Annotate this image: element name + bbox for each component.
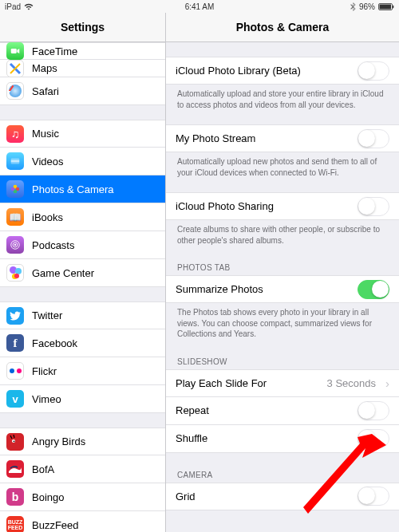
sidebar-item-label: Boingo	[32, 491, 157, 503]
sidebar-item-podcasts[interactable]: Podcasts	[0, 231, 165, 259]
sidebar-item-game-center[interactable]: Game Center	[0, 259, 165, 287]
switch-summarize-photos[interactable]	[358, 280, 389, 299]
sidebar-item-label: Safari	[32, 85, 157, 97]
row-shuffle[interactable]: Shuffle	[166, 425, 399, 453]
status-time: 6:41 AM	[185, 2, 215, 11]
vimeo-app-icon: v	[6, 390, 24, 408]
sidebar-item-twitter[interactable]: Twitter	[0, 301, 165, 329]
section-header-camera: CAMERA	[166, 467, 399, 483]
svg-point-9	[11, 187, 15, 191]
row-label: Play Each Slide For	[176, 377, 321, 389]
svg-point-13	[10, 437, 21, 448]
sidebar-item-label: Photos & Camera	[32, 183, 157, 195]
flickr-app-icon	[6, 362, 24, 380]
switch-repeat[interactable]	[358, 401, 389, 420]
twitter-app-icon	[6, 307, 24, 325]
sidebar-item-label: Flickr	[32, 365, 157, 377]
sidebar-item-vimeo[interactable]: vVimeo	[0, 385, 165, 413]
status-bar: iPad 6:41 AM 96%	[0, 0, 399, 13]
row-repeat[interactable]: Repeat	[166, 397, 399, 425]
row-icloud-photo-library[interactable]: iCloud Photo Library (Beta)	[166, 57, 399, 85]
music-app-icon: ♫	[6, 125, 24, 143]
sidebar-item-label: Angry Birds	[32, 435, 157, 447]
podcasts-app-icon	[6, 236, 24, 254]
sidebar-item-label: Podcasts	[32, 239, 157, 251]
svg-point-15	[14, 440, 15, 442]
switch-grid[interactable]	[358, 487, 389, 506]
sidebar-item-ibooks[interactable]: 📖iBooks	[0, 203, 165, 231]
sidebar-item-label: BuzzFeed	[32, 519, 157, 531]
sidebar-item-buzzfeed[interactable]: BUZZFEEDBuzzFeed	[0, 511, 165, 532]
switch-shuffle[interactable]	[358, 429, 389, 448]
status-battery-pct: 96%	[359, 2, 375, 11]
section-header-photos-tab: PHOTOS TAB	[166, 260, 399, 275]
sidebar-item-label: FaceTime	[32, 45, 157, 57]
footer-photo-sharing: Create albums to share with other people…	[166, 220, 399, 246]
sidebar-item-facebook[interactable]: fFacebook	[0, 329, 165, 357]
ibooks-app-icon: 📖	[6, 208, 24, 226]
photos-app-icon	[6, 180, 24, 198]
bofa-app-icon	[6, 460, 24, 478]
chevron-right-icon: ›	[385, 376, 389, 390]
svg-rect-2	[393, 5, 393, 8]
sidebar-item-safari[interactable]: Safari	[0, 77, 165, 105]
svg-rect-3	[11, 49, 17, 53]
sidebar-item-music[interactable]: ♫Music	[0, 120, 165, 148]
sidebar-item-bofa[interactable]: BofA	[0, 455, 165, 483]
sidebar-item-label: Vimeo	[32, 393, 157, 405]
boingo-app-icon: b	[6, 488, 24, 506]
row-value: 3 Seconds	[327, 377, 376, 389]
safari-app-icon	[6, 82, 24, 100]
sidebar-item-label: Twitter	[32, 309, 157, 321]
row-label: Shuffle	[176, 432, 351, 444]
battery-icon	[378, 3, 394, 10]
row-label: My Photo Stream	[176, 132, 351, 144]
sidebar-item-label: Videos	[32, 156, 157, 167]
sidebar-item-boingo[interactable]: bBoingo	[0, 483, 165, 511]
row-label: Summarize Photos	[176, 283, 351, 295]
switch-photo-stream[interactable]	[358, 129, 389, 148]
buzzfeed-app-icon: BUZZFEED	[6, 516, 24, 532]
sidebar-item-label: iBooks	[32, 211, 157, 223]
sidebar-item-photos-camera[interactable]: Photos & Camera	[0, 175, 165, 203]
row-grid[interactable]: Grid	[166, 483, 399, 510]
row-label: iCloud Photo Library (Beta)	[176, 65, 351, 77]
sidebar-item-angry-birds[interactable]: Angry Birds	[0, 428, 165, 455]
footer-photo-stream: Automatically upload new photos and send…	[166, 152, 399, 178]
row-summarize-photos[interactable]: Summarize Photos	[166, 275, 399, 303]
section-header-slideshow: SLIDESHOW	[166, 354, 399, 369]
settings-sidebar[interactable]: Settings FaceTimeMapsSafari♫MusicVideosP…	[0, 13, 166, 532]
sidebar-item-label: BofA	[32, 463, 157, 475]
sidebar-item-label: Facebook	[32, 337, 157, 349]
sidebar-item-videos[interactable]: Videos	[0, 148, 165, 175]
row-icloud-photo-sharing[interactable]: iCloud Photo Sharing	[166, 192, 399, 220]
sidebar-item-facetime[interactable]: FaceTime	[0, 42, 165, 60]
row-my-photo-stream[interactable]: My Photo Stream	[166, 124, 399, 152]
gamecenter-app-icon	[6, 264, 24, 282]
row-play-each-slide-for[interactable]: Play Each Slide For 3 Seconds ›	[166, 369, 399, 397]
svg-rect-1	[380, 4, 392, 9]
footer-summarize-photos: The Photos tab shows every photo in your…	[166, 303, 399, 340]
svg-rect-5	[11, 160, 20, 162]
status-carrier: iPad	[5, 2, 21, 11]
footer-icloud-library: Automatically upload and store your enti…	[166, 85, 399, 110]
videos-app-icon	[6, 152, 24, 170]
sidebar-item-maps[interactable]: Maps	[0, 60, 165, 77]
sidebar-item-flickr[interactable]: Flickr	[0, 357, 165, 385]
sidebar-item-label: Music	[32, 128, 157, 140]
row-label: iCloud Photo Sharing	[176, 200, 351, 212]
sidebar-title: Settings	[0, 13, 165, 42]
detail-pane[interactable]: Photos & Camera iCloud Photo Library (Be…	[166, 13, 399, 532]
row-label: Grid	[176, 491, 351, 502]
detail-title: Photos & Camera	[166, 13, 399, 42]
bluetooth-icon	[350, 2, 356, 11]
sidebar-item-label: Maps	[32, 62, 157, 74]
row-label: Repeat	[176, 404, 351, 416]
angrybirds-app-icon	[6, 433, 24, 451]
switch-photo-sharing[interactable]	[358, 197, 389, 216]
maps-app-icon	[6, 60, 24, 77]
switch-icloud-library[interactable]	[358, 61, 389, 81]
svg-point-12	[14, 244, 16, 246]
wifi-icon	[24, 3, 34, 10]
sidebar-item-label: Game Center	[32, 267, 157, 279]
